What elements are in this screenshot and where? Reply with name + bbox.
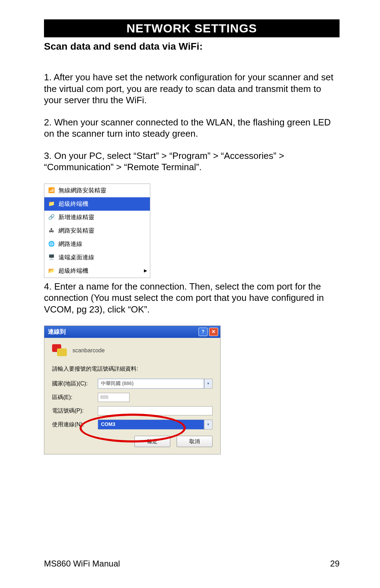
section-subtitle: Scan data and send data via WiFi: (44, 41, 340, 52)
phone-modem-icon (52, 344, 68, 357)
connect-dialog-screenshot: 連線到 ? ✕ scanbarcode 請輸入要撥號的電話號碼詳細資料: 國家(… (44, 326, 221, 454)
close-button[interactable]: ✕ (209, 328, 218, 336)
page-header: NETWORK SETTINGS (44, 19, 340, 37)
menu-item[interactable]: 📂 超級終端機 ▶ (44, 264, 150, 278)
menu-item[interactable]: 🔗 新增連線精靈 (44, 211, 150, 224)
step-4: 4. Enter a name for the connection. Then… (44, 281, 340, 315)
connect-using-label: 使用連線(N): (52, 421, 98, 428)
country-value: 中華民國 (886) (98, 379, 204, 389)
com-port-value: COM3 (98, 420, 204, 429)
menu-item-label: 新增連線精靈 (58, 213, 94, 221)
help-button[interactable]: ? (198, 328, 208, 336)
wireless-wizard-icon: 📶 (47, 186, 56, 195)
phone-number-input[interactable] (98, 406, 213, 415)
network-connections-icon: 🌐 (47, 240, 56, 248)
dropdown-arrow-icon[interactable]: ▾ (204, 420, 213, 429)
menu-item-label: 無線網路安裝精靈 (58, 187, 106, 194)
menu-item[interactable]: 🌐 網路連線 (44, 237, 150, 251)
connection-name: scanbarcode (72, 347, 105, 354)
ok-button[interactable]: 確定 (134, 436, 170, 447)
com-port-select[interactable]: COM3 ▾ (98, 420, 213, 429)
country-select[interactable]: 中華民國 (886) ▾ (98, 379, 213, 389)
menu-item[interactable]: 📶 無線網路安裝精靈 (44, 184, 150, 197)
submenu-arrow-icon: ▶ (144, 268, 147, 273)
dialog-instruction: 請輸入要撥號的電話號碼詳細資料: (52, 365, 213, 372)
start-menu-screenshot: 📶 無線網路安裝精靈 📁 超級終端機 🔗 新增連線精靈 🖧 網路安裝精靈 🌐 網… (44, 184, 150, 278)
menu-item-label: 網路連線 (58, 240, 82, 248)
step-1: 1. After you have set the network config… (44, 72, 340, 106)
new-connection-wizard-icon: 🔗 (47, 213, 56, 222)
menu-item-label: 網路安裝精靈 (58, 227, 94, 234)
footer-left: MS860 WiFi Manual (44, 559, 120, 569)
dropdown-arrow-icon[interactable]: ▾ (204, 379, 213, 389)
page-footer: MS860 WiFi Manual 29 (44, 559, 340, 569)
step-2: 2. When your scanner connected to the WL… (44, 117, 340, 140)
menu-item-selected[interactable]: 📁 超級終端機 (44, 197, 150, 211)
body-text: 1. After you have set the network config… (44, 72, 340, 454)
network-setup-wizard-icon: 🖧 (47, 227, 56, 235)
area-code-input[interactable]: 886 (98, 393, 129, 402)
menu-item[interactable]: 🖥️ 遠端桌面連線 (44, 251, 150, 264)
cancel-button[interactable]: 取消 (177, 436, 213, 447)
area-code-label: 區碼(E): (52, 394, 98, 401)
dialog-titlebar: 連線到 ? ✕ (44, 326, 220, 338)
hyperterminal-icon: 📁 (47, 200, 56, 208)
hyperterminal-folder-icon: 📂 (47, 267, 56, 275)
phone-number-label: 電話號碼(P): (52, 407, 98, 414)
footer-page-number: 29 (330, 559, 340, 569)
menu-item-label: 遠端桌面連線 (58, 254, 94, 261)
menu-item-label: 超級終端機 (58, 200, 88, 208)
remote-desktop-icon: 🖥️ (47, 253, 56, 262)
step-3: 3. On your PC, select “Start” > “Program… (44, 150, 340, 173)
menu-item[interactable]: 🖧 網路安裝精靈 (44, 224, 150, 237)
menu-item-label: 超級終端機 (58, 267, 88, 274)
dialog-title: 連線到 (48, 328, 66, 335)
country-label: 國家(地區)(C): (52, 380, 98, 387)
